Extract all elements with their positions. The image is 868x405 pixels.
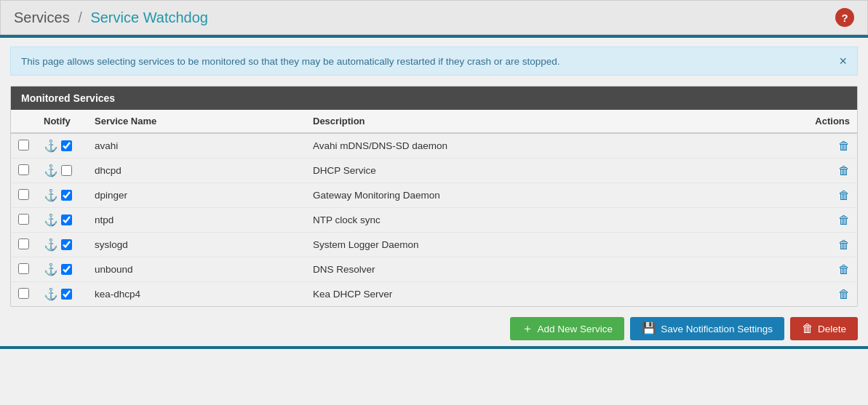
- select-cell: [11, 133, 36, 159]
- table-row: ⚓kea-dhcp4Kea DHCP Server🗑: [11, 282, 857, 307]
- notify-checkbox[interactable]: [61, 190, 72, 201]
- anchor-icon[interactable]: ⚓: [44, 188, 58, 202]
- actions-cell: 🗑: [792, 133, 857, 159]
- col-description: Description: [306, 110, 792, 133]
- description-cell: Avahi mDNS/DNS-SD daemon: [306, 133, 792, 159]
- breadcrumb-separator: /: [78, 9, 82, 25]
- notify-checkbox[interactable]: [61, 214, 72, 225]
- delete-button[interactable]: 🗑 Delete: [790, 317, 858, 340]
- table-section-title: Monitored Services: [11, 87, 857, 110]
- anchor-icon[interactable]: ⚓: [44, 164, 58, 177]
- description-cell: System Logger Daemon: [306, 233, 792, 257]
- row-select-checkbox[interactable]: [18, 189, 29, 200]
- breadcrumb: Services / Service Watchdog: [14, 9, 208, 26]
- notify-checkbox[interactable]: [61, 264, 72, 275]
- notify-cell: ⚓: [36, 133, 87, 159]
- save-notification-button[interactable]: 💾 Save Notification Settings: [630, 317, 784, 340]
- table-row: ⚓dhcpdDHCP Service🗑: [11, 159, 857, 183]
- notify-cell: ⚓: [36, 257, 87, 282]
- description-cell: NTP clock sync: [306, 208, 792, 233]
- delete-label: Delete: [818, 324, 846, 334]
- row-select-checkbox[interactable]: [18, 140, 29, 151]
- service-name-cell: ntpd: [87, 208, 306, 233]
- row-delete-button[interactable]: 🗑: [838, 214, 850, 227]
- actions-cell: 🗑: [792, 257, 857, 282]
- save-notifications-label: Save Notification Settings: [661, 324, 773, 334]
- notify-cell: ⚓: [36, 208, 87, 233]
- col-notify: Notify: [36, 110, 87, 133]
- select-cell: [11, 233, 36, 257]
- service-name-cell: dhcpd: [87, 159, 306, 183]
- table-row: ⚓ntpdNTP clock sync🗑: [11, 208, 857, 233]
- anchor-icon[interactable]: ⚓: [44, 139, 58, 153]
- row-select-checkbox[interactable]: [18, 288, 29, 299]
- top-border: [0, 35, 868, 38]
- save-icon: 💾: [642, 323, 656, 334]
- add-service-button[interactable]: ＋ Add New Service: [510, 317, 625, 340]
- select-cell: [11, 282, 36, 307]
- actions-cell: 🗑: [792, 183, 857, 208]
- notify-checkbox[interactable]: [61, 289, 72, 300]
- row-select-checkbox[interactable]: [18, 263, 29, 274]
- row-delete-button[interactable]: 🗑: [838, 288, 850, 301]
- row-delete-button[interactable]: 🗑: [838, 238, 850, 252]
- row-delete-button[interactable]: 🗑: [838, 189, 850, 202]
- notify-cell: ⚓: [36, 282, 87, 307]
- service-name-cell: unbound: [87, 257, 306, 282]
- anchor-icon[interactable]: ⚓: [44, 287, 58, 301]
- row-select-checkbox[interactable]: [18, 214, 29, 225]
- description-cell: DHCP Service: [306, 159, 792, 183]
- add-service-label: Add New Service: [538, 324, 613, 334]
- table-row: ⚓syslogdSystem Logger Daemon🗑: [11, 233, 857, 257]
- row-delete-button[interactable]: 🗑: [838, 140, 850, 153]
- bottom-actions: ＋ Add New Service 💾 Save Notification Se…: [10, 317, 858, 340]
- select-cell: [11, 257, 36, 282]
- services-table-container: Monitored Services Notify Service Name D…: [10, 86, 858, 307]
- trash-icon: 🗑: [802, 323, 813, 334]
- select-cell: [11, 183, 36, 208]
- select-cell: [11, 159, 36, 183]
- help-icon[interactable]: ?: [835, 8, 854, 27]
- notify-cell: ⚓: [36, 233, 87, 257]
- service-name-cell: avahi: [87, 133, 306, 159]
- description-cell: DNS Resolver: [306, 257, 792, 282]
- table-row: ⚓dpingerGateway Monitoring Daemon🗑: [11, 183, 857, 208]
- row-select-checkbox[interactable]: [18, 164, 29, 175]
- actions-cell: 🗑: [792, 233, 857, 257]
- table-row: ⚓avahiAvahi mDNS/DNS-SD daemon🗑: [11, 133, 857, 159]
- notify-checkbox[interactable]: [61, 140, 72, 151]
- row-select-checkbox[interactable]: [18, 238, 29, 249]
- col-service-name: Service Name: [87, 110, 306, 133]
- service-name-cell: syslogd: [87, 233, 306, 257]
- alert-message: This page allows selecting services to b…: [21, 56, 560, 67]
- col-actions: Actions: [792, 110, 857, 133]
- table-body: ⚓avahiAvahi mDNS/DNS-SD daemon🗑⚓dhcpdDHC…: [11, 133, 857, 306]
- description-cell: Kea DHCP Server: [306, 282, 792, 307]
- content-area: Monitored Services Notify Service Name D…: [10, 86, 858, 307]
- anchor-icon[interactable]: ⚓: [44, 262, 58, 276]
- notify-checkbox[interactable]: [61, 165, 72, 176]
- services-table: Notify Service Name Description Actions …: [11, 110, 857, 306]
- alert-close-button[interactable]: ×: [839, 55, 847, 68]
- actions-cell: 🗑: [792, 159, 857, 183]
- description-cell: Gateway Monitoring Daemon: [306, 183, 792, 208]
- breadcrumb-current: Service Watchdog: [90, 9, 208, 25]
- notify-cell: ⚓: [36, 159, 87, 183]
- info-alert: This page allows selecting services to b…: [10, 47, 858, 76]
- anchor-icon[interactable]: ⚓: [44, 213, 58, 227]
- bottom-border: [0, 346, 868, 349]
- notify-checkbox[interactable]: [61, 239, 72, 250]
- actions-cell: 🗑: [792, 282, 857, 307]
- service-name-cell: kea-dhcp4: [87, 282, 306, 307]
- table-header-row: Notify Service Name Description Actions: [11, 110, 857, 133]
- row-delete-button[interactable]: 🗑: [838, 263, 850, 276]
- page-wrapper: Services / Service Watchdog ? This page …: [0, 0, 868, 405]
- select-cell: [11, 208, 36, 233]
- table-row: ⚓unboundDNS Resolver🗑: [11, 257, 857, 282]
- row-delete-button[interactable]: 🗑: [838, 164, 850, 177]
- anchor-icon[interactable]: ⚓: [44, 238, 58, 252]
- notify-cell: ⚓: [36, 183, 87, 208]
- col-select: [11, 110, 36, 133]
- breadcrumb-parent: Services: [14, 9, 70, 25]
- plus-icon: ＋: [522, 323, 533, 334]
